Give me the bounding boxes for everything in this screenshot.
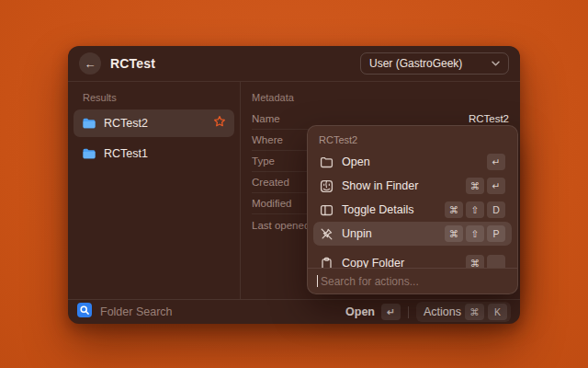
cmd-key-badge: ⌘ xyxy=(466,255,484,268)
results-section-label: Results xyxy=(74,86,234,109)
k-key-badge: K xyxy=(488,304,507,320)
finder-icon xyxy=(320,179,334,193)
action-search-placeholder: Search for actions... xyxy=(321,275,419,288)
action-menu-title: RCTest2 xyxy=(308,126,517,150)
metadata-section-label: Metadata xyxy=(252,86,509,109)
account-dropdown[interactable]: User (GastroGeek) xyxy=(360,52,509,75)
chevron-down-icon xyxy=(492,61,500,66)
action-menu: RCTest2 Open ↵ Show in Finder ⌘ xyxy=(307,125,518,294)
shift-key-badge: ⇧ xyxy=(466,201,484,218)
open-button[interactable]: Open ↵ xyxy=(345,304,401,320)
sidebar-toggle-icon xyxy=(320,203,334,217)
footer-bar: Folder Search Open ↵ Actions ⌘ K xyxy=(68,299,520,324)
list-item-rctest1[interactable]: RCTest1 xyxy=(74,140,234,167)
menu-item-unpin[interactable]: Unpin ⌘ ⇧ P xyxy=(313,222,512,246)
top-bar: ← RCTest User (GastroGeek) xyxy=(68,46,520,81)
account-dropdown-label: User (GastroGeek) xyxy=(369,57,462,70)
folder-icon xyxy=(82,146,96,161)
text-caret xyxy=(317,275,318,287)
return-key-badge: ↵ xyxy=(487,178,505,194)
return-key-badge: ↵ xyxy=(381,304,401,320)
folder-icon xyxy=(82,116,96,131)
menu-item-toggle-details[interactable]: Toggle Details ⌘ ⇧ D xyxy=(313,198,512,222)
actions-button[interactable]: Actions ⌘ K xyxy=(416,302,511,322)
desktop: ← RCTest User (GastroGeek) Results RCTes… xyxy=(0,0,588,368)
menu-item-show-in-finder[interactable]: Show in Finder ⌘ ↵ xyxy=(313,174,512,198)
clipboard-icon xyxy=(320,257,334,269)
d-key-badge: D xyxy=(487,201,505,218)
cmd-key-badge: ⌘ xyxy=(445,201,463,218)
p-key-badge: P xyxy=(487,225,505,242)
results-panel: Results RCTest2 RCTest1 xyxy=(68,82,241,299)
back-button[interactable]: ← xyxy=(79,52,101,75)
shift-key-badge: ⇧ xyxy=(466,225,484,242)
folder-open-icon xyxy=(320,155,334,169)
menu-item-open[interactable]: Open ↵ xyxy=(313,150,512,174)
menu-item-copy-folder[interactable]: Copy Folder ⌘ xyxy=(313,251,512,268)
cmd-key-badge: ⌘ xyxy=(466,178,484,194)
action-menu-list: Open ↵ Show in Finder ⌘ ↵ xyxy=(308,150,517,268)
window-title: RCTest xyxy=(110,56,155,71)
pin-off-icon xyxy=(320,227,334,241)
list-item-rctest2[interactable]: RCTest2 xyxy=(74,109,234,137)
folder-search-placeholder: Folder Search xyxy=(100,305,173,318)
list-item-label: RCTest1 xyxy=(104,147,226,160)
action-search-input[interactable]: Search for actions... xyxy=(308,268,517,293)
search-icon xyxy=(77,303,92,321)
clipped-key-badge xyxy=(487,255,505,268)
footer-divider xyxy=(408,306,409,318)
cmd-key-badge: ⌘ xyxy=(445,225,463,242)
list-item-label: RCTest2 xyxy=(104,117,206,130)
folder-search-input[interactable]: Folder Search xyxy=(77,303,338,321)
cmd-key-badge: ⌘ xyxy=(465,304,484,320)
back-arrow-icon: ← xyxy=(85,57,96,71)
pin-star-icon xyxy=(213,115,226,132)
return-key-badge: ↵ xyxy=(487,154,505,170)
app-window: ← RCTest User (GastroGeek) Results RCTes… xyxy=(68,46,520,324)
